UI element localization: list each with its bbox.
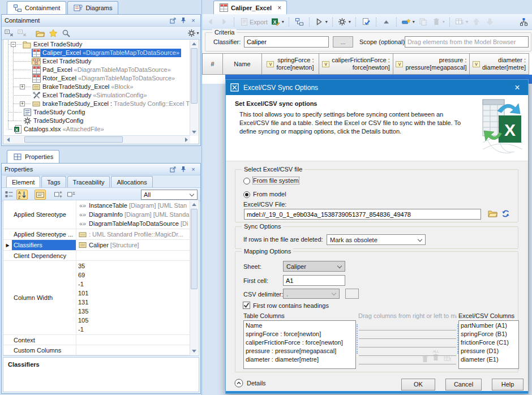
ok-button[interactable]: OK: [401, 379, 435, 390]
close-tab-icon[interactable]: ×: [277, 4, 281, 12]
tree-item[interactable]: TradeStudy Config: [4, 108, 190, 117]
remove-mapping-icon[interactable]: [421, 355, 429, 363]
delete-trash-button[interactable]: ▾: [431, 16, 446, 28]
numbering-button[interactable]: [517, 16, 530, 28]
open-folder-button[interactable]: [35, 28, 46, 38]
tree-item-content[interactable]: Caliper_Excel«DiagramTableMapToDataSourc…: [32, 49, 181, 57]
property-name[interactable]: Applied Stereotype: [12, 200, 76, 229]
close-panel-icon[interactable]: ×: [189, 17, 198, 24]
table-column-item[interactable]: caliperFrictionForce : force[newton]: [244, 338, 355, 347]
table-column-item[interactable]: pressure : pressure[megapascal]: [244, 347, 355, 355]
auto-map-icon[interactable]: [444, 355, 452, 363]
column-header[interactable]: vspringForce :force[newton]: [262, 53, 319, 75]
export-document-button[interactable]: Export: [238, 16, 269, 28]
tree-item-content[interactable]: Rotor_Excel«DiagramTableMapToDataSource»: [32, 74, 177, 83]
search-button[interactable]: [61, 28, 72, 38]
tree-item[interactable]: Excel TradeStudy: [4, 57, 190, 66]
sub-tab-traceability[interactable]: Traceability: [67, 176, 110, 187]
sub-tab-element[interactable]: Element: [6, 176, 40, 187]
tree-item[interactable]: Pad_Excel«DiagramTableMapToDataSource»: [4, 66, 190, 74]
gear-button[interactable]: ▾: [337, 16, 352, 28]
first-cell-input[interactable]: [283, 275, 345, 286]
tree-item-content[interactable]: XCatalogs.xlsx«AttachedFile»: [13, 125, 106, 134]
dialog-close-icon[interactable]: ×: [511, 83, 524, 93]
property-name[interactable]: Context: [12, 335, 76, 345]
tree-item-content[interactable]: brakeTradeStudy_Excel :TradeStudy Config…: [32, 100, 190, 108]
collapse-triangle-button[interactable]: [380, 16, 393, 28]
property-name[interactable]: Column Width: [12, 261, 76, 334]
tree-item-content[interactable]: Excel TradeStudy«SimulationConfig»: [32, 91, 149, 100]
collapse-properties-button[interactable]: [66, 190, 77, 200]
sort-alphabetically-button[interactable]: AZ: [16, 190, 28, 200]
show-description-button[interactable]: [35, 190, 46, 200]
close-panel-icon[interactable]: ×: [189, 166, 198, 173]
dropdown-caret-icon[interactable]: ▾: [325, 20, 328, 24]
run-play-button[interactable]: ▾: [314, 16, 329, 28]
scope-input[interactable]: [405, 36, 529, 48]
tree-item-content[interactable]: Excel TradeStudy: [32, 57, 93, 66]
move-up-button[interactable]: [470, 16, 483, 28]
table-column-item[interactable]: springForce : force[newton]: [244, 330, 355, 338]
help-button[interactable]: Help: [492, 379, 524, 390]
tree-item[interactable]: +BrakeTradeStudy_Excel«Block»: [4, 83, 190, 91]
select-in-inheritance-tree-button[interactable]: [16, 28, 28, 38]
excel-columns-list[interactable]: partNumber (A1)springForce (B1)frictionF…: [458, 320, 519, 369]
copy-button[interactable]: [417, 16, 430, 28]
headings-checkbox[interactable]: [243, 302, 250, 309]
column-header[interactable]: vdiameter :diameter[metre]: [470, 53, 529, 75]
tree-horizontal-scrollbar[interactable]: [4, 135, 190, 143]
validate-document-button[interactable]: [360, 16, 372, 28]
radio-from-model[interactable]: [243, 191, 250, 198]
mapping-slot[interactable]: [359, 322, 456, 330]
move-down-button[interactable]: [484, 16, 496, 28]
tree-item-content[interactable]: Excel TradeStudy: [23, 40, 84, 49]
classifier-browse-button[interactable]: ...: [333, 36, 353, 48]
categorized-view-button[interactable]: [3, 190, 15, 200]
tree-item[interactable]: TradeStudyConfig: [4, 117, 190, 125]
scroll-up-icon[interactable]: [190, 40, 198, 48]
dialog-title-bar[interactable]: Excel/CSV Sync Options ×: [226, 80, 528, 95]
dropdown-caret-icon[interactable]: ▾: [413, 20, 415, 24]
column-header[interactable]: vpressure :pressure[megapascal]: [393, 53, 470, 75]
table-options-button[interactable]: ▾: [454, 16, 469, 28]
radio-from-model-label[interactable]: From model: [253, 191, 286, 198]
mapping-slot[interactable]: [359, 339, 456, 347]
dropdown-caret-icon[interactable]: ▾: [443, 20, 445, 24]
property-row[interactable]: Applied Stereotype«»InstanceTable[Diagra…: [3, 200, 190, 229]
float-panel-icon[interactable]: [169, 18, 177, 24]
browse-folder-icon[interactable]: [488, 209, 497, 217]
tree-item-content[interactable]: TradeStudy Config: [23, 108, 87, 117]
sub-tab-allocations[interactable]: Allocations: [111, 176, 152, 187]
pin-panel-icon[interactable]: [179, 166, 187, 173]
select-in-containment-tree-button[interactable]: [3, 28, 15, 38]
property-row[interactable]: Custom Columns: [3, 345, 190, 355]
sub-tab-tags[interactable]: Tags: [41, 176, 66, 187]
excel-column-item[interactable]: diameter (E1): [459, 355, 518, 364]
property-row[interactable]: Column Width3569-1101131135105-1: [3, 261, 190, 335]
property-name[interactable]: Client Dependency: [12, 251, 76, 260]
back-arrow-button[interactable]: [204, 16, 217, 28]
tree-item-content[interactable]: TradeStudyConfig: [23, 117, 85, 125]
tab-caliper-excel[interactable]: Caliper_Excel ×: [213, 1, 287, 14]
scroll-left-icon[interactable]: [4, 136, 12, 143]
tree-expander-icon[interactable]: −: [11, 42, 16, 47]
rows-deleted-select[interactable]: Mark as obsolete: [327, 234, 426, 245]
grid-vertical-scrollbar[interactable]: [190, 201, 198, 355]
excel-column-item[interactable]: pressure (D1): [459, 347, 518, 355]
tab-diagrams[interactable]: Diagrams: [67, 1, 118, 14]
column-header[interactable]: #: [202, 53, 223, 75]
float-panel-icon[interactable]: [169, 166, 177, 173]
tab-properties[interactable]: Properties: [7, 150, 59, 163]
excel-column-item[interactable]: frictionForce (C1): [459, 338, 518, 347]
tree-expander-icon[interactable]: +: [20, 84, 25, 89]
table-column-item[interactable]: Name: [244, 321, 355, 330]
new-row-button[interactable]: ▾: [401, 16, 416, 28]
refresh-icon[interactable]: [501, 209, 510, 218]
property-row[interactable]: Context: [3, 335, 190, 345]
scroll-up-icon[interactable]: [190, 201, 198, 208]
tree-item-content[interactable]: BrakeTradeStudy_Excel«Block»: [32, 83, 135, 91]
dropdown-caret-icon[interactable]: ▾: [282, 20, 284, 24]
classifier-input[interactable]: [244, 36, 329, 48]
property-row[interactable]: Client Dependency: [3, 251, 190, 261]
expand-properties-button[interactable]: [53, 190, 64, 200]
